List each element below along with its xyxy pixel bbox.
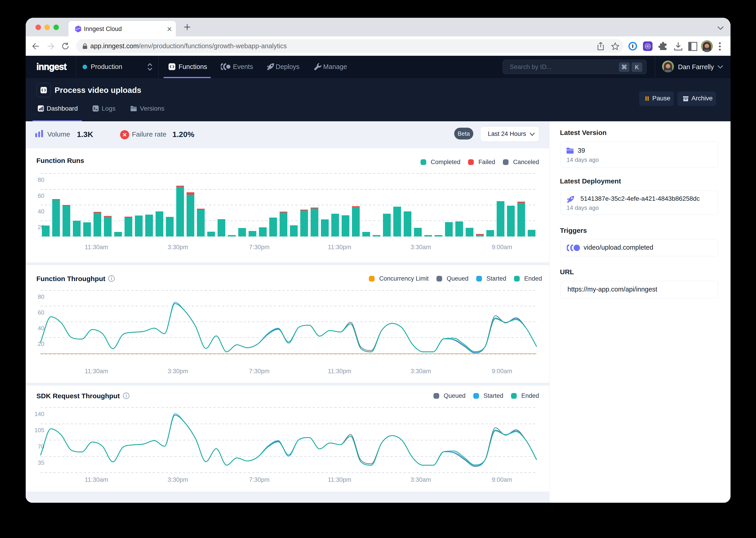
svg-text:3:30am: 3:30am xyxy=(410,244,431,250)
svg-text:80: 80 xyxy=(38,176,44,183)
svg-text:11:30am: 11:30am xyxy=(85,244,108,250)
svg-text:40: 40 xyxy=(38,325,44,332)
svg-text:80: 80 xyxy=(38,294,44,300)
svg-text:3:30pm: 3:30pm xyxy=(167,368,188,375)
svg-text:3:30am: 3:30am xyxy=(410,476,431,483)
svg-text:60: 60 xyxy=(38,309,44,316)
svg-text:11:30am: 11:30am xyxy=(85,368,108,375)
svg-text:9:00am: 9:00am xyxy=(492,244,512,250)
svg-text:35: 35 xyxy=(38,459,44,466)
svg-text:40: 40 xyxy=(38,208,44,215)
svg-text:9:00am: 9:00am xyxy=(492,368,512,375)
svg-text:105: 105 xyxy=(34,427,44,434)
svg-text:7:30pm: 7:30pm xyxy=(249,476,269,483)
svg-text:11:30am: 11:30am xyxy=(85,476,108,483)
svg-text:7:30pm: 7:30pm xyxy=(249,244,269,250)
svg-text:3:30am: 3:30am xyxy=(410,368,431,375)
svg-text:60: 60 xyxy=(38,192,44,199)
svg-text:3:30pm: 3:30pm xyxy=(167,244,188,250)
svg-text:11:30pm: 11:30pm xyxy=(328,244,351,250)
svg-text:140: 140 xyxy=(34,410,44,417)
svg-text:9:00am: 9:00am xyxy=(492,476,512,483)
svg-text:11:30pm: 11:30pm xyxy=(328,368,351,375)
svg-text:7:30pm: 7:30pm xyxy=(249,368,269,375)
svg-text:11:30pm: 11:30pm xyxy=(328,476,351,483)
svg-text:3:30pm: 3:30pm xyxy=(167,476,188,483)
